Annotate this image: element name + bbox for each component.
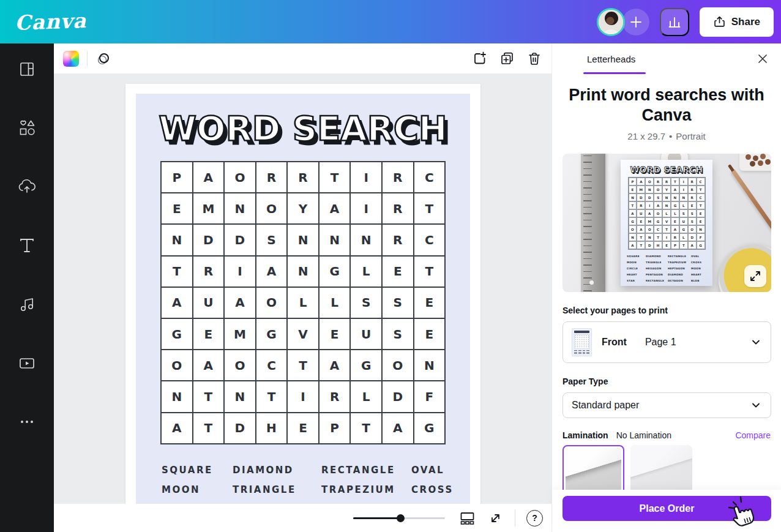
grid-cell: L <box>679 233 688 241</box>
word-item: DIAMOND <box>668 273 691 276</box>
grid-cell: I <box>679 178 688 185</box>
share-upload-icon <box>713 15 726 28</box>
tab-letterheads[interactable]: Letterheads <box>587 54 635 64</box>
compare-link[interactable]: Compare <box>735 430 771 440</box>
grid-cell: O <box>645 225 654 233</box>
grid-cell: A <box>629 241 637 249</box>
fullscreen-button[interactable] <box>487 509 504 526</box>
grid-cell: D <box>645 241 654 249</box>
grid-cell: H <box>256 413 288 444</box>
page-select-dropdown[interactable]: Front Page 1 <box>562 321 771 363</box>
duplicate-page-button[interactable] <box>498 50 515 67</box>
grid-cell: O <box>629 225 637 233</box>
grid-cell: T <box>287 350 319 381</box>
preview-expand-button[interactable] <box>744 265 766 287</box>
sidebar-item-templates[interactable] <box>12 54 42 84</box>
sidebar-item-uploads[interactable] <box>12 172 42 201</box>
grid-cell: S <box>688 217 697 225</box>
grid-cell: S <box>688 209 697 217</box>
grid-row: NTNTIRLDF <box>629 233 705 241</box>
top-bar-actions: Share <box>597 7 774 37</box>
sidebar-item-text[interactable] <box>12 231 42 260</box>
sidebar-item-audio[interactable] <box>12 290 42 319</box>
top-bar: Canva <box>0 0 781 43</box>
delete-page-button[interactable] <box>526 50 543 67</box>
zoom-slider[interactable] <box>353 514 445 522</box>
help-button[interactable]: ? <box>526 510 543 526</box>
grid-cell: E <box>319 318 351 350</box>
grid-cell: O <box>645 178 654 185</box>
grid-cell: T <box>697 185 705 193</box>
word-item: RECTANGLE <box>646 279 668 282</box>
grid-cell: S <box>382 287 414 318</box>
word-search-grid[interactable]: PAORRTIRCEMNOYAIRTNDDSNNNRCTRIANGLETAUAO… <box>160 161 446 444</box>
lamination-option-laminated[interactable] <box>630 445 692 495</box>
grid-cell: C <box>697 178 705 185</box>
grid-cell: I <box>645 201 654 209</box>
lamination-option-none[interactable] <box>562 445 624 495</box>
grid-cell: C <box>414 224 446 255</box>
grid-cell: L <box>350 256 382 287</box>
share-button[interactable]: Share <box>700 7 774 37</box>
preview-title: WORD SEARCH <box>621 165 712 174</box>
grid-cell: N <box>662 201 671 209</box>
grid-cell: G <box>679 225 688 233</box>
word-item: HEART <box>691 273 706 276</box>
sidebar-item-more[interactable] <box>12 407 42 436</box>
grid-cell: R <box>193 256 225 287</box>
grid-cell: R <box>637 201 645 209</box>
grid-cell: S <box>654 193 662 201</box>
canva-logo[interactable]: Canva <box>14 9 86 35</box>
grid-cell: G <box>161 318 193 350</box>
grid-cell: E <box>629 185 637 193</box>
pages-view-button[interactable] <box>458 509 476 526</box>
grid-cell: G <box>697 241 705 249</box>
grid-row: ATDHEPTAG <box>629 241 705 249</box>
page-background: WORD SEARCH PAORRTIRCEMNOYAIRTNDDSNNNRCT… <box>136 94 470 525</box>
word-row: MOONTRIANGLETRAPEZIUMCROSS <box>627 259 706 265</box>
grid-cell: C <box>256 350 288 381</box>
grid-cell: Y <box>287 193 319 224</box>
paper-type-dropdown[interactable]: Standard paper <box>562 392 771 418</box>
sidebar-item-videos[interactable] <box>12 348 42 378</box>
grid-cell: R <box>319 381 351 412</box>
paper-type-value: Standard paper <box>572 400 639 411</box>
grid-cell: I <box>287 381 319 412</box>
insights-button[interactable] <box>660 8 689 36</box>
page-side-label: Front <box>602 337 627 348</box>
grid-cell: S <box>350 287 382 318</box>
grid-row: TRIANGLET <box>629 201 705 209</box>
preview-image[interactable]: WORD SEARCH PAORRTIRCEMNOYAIRTNDDSNNNRCT… <box>562 154 771 292</box>
elements-icon <box>17 118 37 138</box>
design-page[interactable]: WORD SEARCH PAORRTIRCEMNOYAIRTNDDSNNNRCT… <box>125 84 480 525</box>
grid-cell: N <box>161 381 193 412</box>
grid-cell: N <box>697 225 705 233</box>
lamination-value: No Lamination <box>616 430 671 440</box>
background-color-button[interactable] <box>62 50 80 67</box>
add-page-button[interactable] <box>471 50 488 67</box>
copy-style-button[interactable] <box>95 50 112 67</box>
grid-cell: R <box>654 178 662 185</box>
close-panel-button[interactable] <box>755 51 770 66</box>
grid-row: NDDSNNNRC <box>629 193 705 201</box>
avatar[interactable] <box>597 8 625 36</box>
word-item: DIAMOND <box>646 255 668 258</box>
grid-cell: I <box>350 162 382 193</box>
place-order-button[interactable]: Place Order <box>562 496 771 521</box>
word-list[interactable]: SQUAREDIAMONDRECTANGLEOVALMOONTRIANGLETR… <box>136 460 470 500</box>
grid-cell: R <box>256 162 288 193</box>
grid-cell: O <box>654 209 662 217</box>
grid-cell: N <box>629 233 637 241</box>
grid-cell: E <box>662 241 671 249</box>
word-search-title[interactable]: WORD SEARCH <box>136 108 470 148</box>
word-item: OVAL <box>411 465 470 476</box>
rainbow-color-swatch-icon <box>63 51 79 67</box>
grid-cell: A <box>319 193 351 224</box>
grid-cell: N <box>645 233 654 241</box>
size-orientation: 21 x 29.7•Portrait <box>562 131 771 141</box>
grid-cell: O <box>256 287 288 318</box>
zoom-slider-thumb[interactable] <box>397 514 405 522</box>
sidebar-item-elements[interactable] <box>12 113 42 143</box>
add-member-button[interactable] <box>622 9 649 36</box>
trash-icon <box>527 51 542 66</box>
